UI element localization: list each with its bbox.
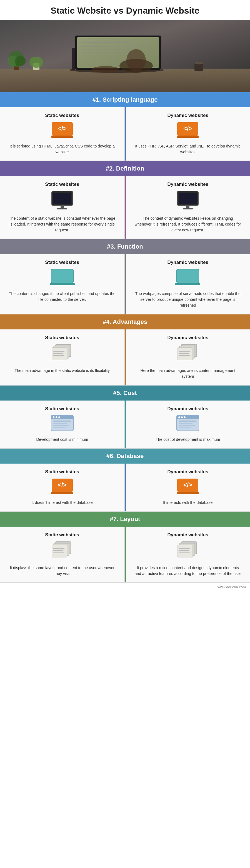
svg-rect-34	[183, 208, 193, 210]
svg-point-11	[126, 49, 146, 71]
hero-image	[0, 20, 250, 92]
svg-rect-23	[51, 135, 73, 138]
svg-rect-42	[53, 351, 64, 352]
dynamic-text-database: It interacts with the database	[163, 500, 213, 505]
section-header-definition: #2. Definition	[0, 161, 250, 176]
static-title-advantages: Static websites	[45, 335, 79, 341]
static-col-database: Static websites </> It doesn't interact …	[0, 464, 125, 511]
svg-rect-80	[53, 548, 64, 549]
svg-rect-30	[57, 208, 67, 210]
static-title-scripting: Static websites	[45, 113, 79, 118]
svg-point-64	[178, 416, 180, 418]
svg-point-54	[53, 416, 55, 418]
section-cost: #5. Cost Static websites	[0, 385, 250, 448]
static-title-database: Static websites	[45, 469, 79, 475]
static-text-definition: The content of a static website is const…	[8, 216, 116, 233]
svg-rect-69	[179, 425, 195, 426]
static-title-layout: Static websites	[45, 532, 79, 538]
static-text-layout: It displays the same layout and content …	[8, 565, 116, 577]
svg-rect-60	[53, 427, 66, 428]
dynamic-title-layout: Dynamic websites	[167, 532, 208, 538]
svg-rect-50	[179, 355, 190, 356]
svg-rect-36	[50, 283, 75, 285]
section-header-advantages: #4. Advantages	[0, 314, 250, 330]
svg-rect-33	[186, 206, 189, 208]
dynamic-col-function: Dynamic websites The webpages comprise o…	[126, 254, 250, 314]
svg-text:</>: </>	[58, 125, 67, 132]
code-laptop-icon-static-database: </>	[51, 478, 73, 496]
svg-rect-49	[179, 353, 189, 354]
code-laptop-icon-dynamic-scripting: </>	[177, 122, 199, 140]
svg-rect-8	[82, 49, 137, 50]
svg-rect-43	[53, 353, 63, 354]
monitor-icon-dynamic	[177, 190, 199, 212]
svg-rect-88	[179, 553, 190, 553]
svg-point-19	[194, 62, 203, 64]
browser-icon-static-cost	[51, 415, 73, 433]
svg-rect-63	[177, 417, 199, 419]
svg-rect-73	[51, 492, 73, 494]
svg-rect-86	[179, 548, 190, 549]
svg-rect-29	[61, 206, 64, 208]
svg-rect-26	[177, 135, 199, 138]
svg-rect-32	[179, 193, 197, 204]
svg-rect-48	[179, 351, 190, 352]
dynamic-title-cost: Dynamic websites	[167, 406, 208, 412]
svg-rect-44	[53, 355, 64, 356]
static-text-scripting: It is scripted using HTML, JavaScript, C…	[8, 143, 116, 155]
svg-rect-35	[51, 269, 73, 283]
svg-rect-59	[53, 425, 69, 426]
dynamic-text-function: The webpages comprise of server-side cod…	[134, 291, 242, 308]
static-title-function: Static websites	[45, 260, 79, 265]
static-col-definition: Static websites The content of a static …	[0, 176, 125, 239]
footer-url: www.educba.com	[218, 585, 246, 589]
svg-rect-9	[82, 52, 126, 53]
dynamic-col-database: Dynamic websites </> It interacts with t…	[126, 464, 250, 511]
svg-rect-57	[53, 421, 71, 422]
section-header-database: #6. Database	[0, 448, 250, 464]
files-icon-dynamic-advantages	[178, 344, 198, 364]
dynamic-text-advantages: Here the main advantages are its content…	[134, 368, 242, 379]
dynamic-title-advantages: Dynamic websites	[167, 335, 208, 341]
svg-rect-67	[179, 421, 197, 422]
svg-rect-53	[51, 417, 73, 419]
static-title-definition: Static websites	[45, 182, 79, 187]
static-col-scripting: Static websites </> It is scripted using…	[0, 107, 125, 160]
static-col-layout: Static websites It displays the same lay…	[0, 527, 125, 582]
main-title: Static Website vs Dynamic Website	[0, 0, 250, 20]
dynamic-col-definition: Dynamic websites The content of dynamic …	[126, 176, 250, 239]
dynamic-title-definition: Dynamic websites	[167, 182, 208, 187]
dynamic-col-scripting: Dynamic websites </> It uses PHP, JSP, A…	[126, 107, 250, 160]
section-database: #6. Database Static websites </> It does…	[0, 448, 250, 512]
dynamic-col-layout: Dynamic websites It provides a mix of co…	[126, 527, 250, 582]
teal-laptop-icon-dynamic	[175, 269, 200, 287]
teal-laptop-icon-static	[50, 269, 75, 287]
svg-rect-76	[177, 492, 199, 494]
code-laptop-icon-static-scripting: </>	[51, 122, 73, 140]
files-icon-static-layout	[52, 541, 72, 561]
section-definition: #2. Definition Static websites The conte…	[0, 161, 250, 239]
dynamic-title-database: Dynamic websites	[167, 469, 208, 475]
footer: www.educba.com	[0, 583, 250, 591]
dynamic-text-layout: It provides a mix of content and designs…	[134, 565, 242, 577]
browser-icon-dynamic-cost	[177, 415, 199, 433]
static-text-function: The content is changed if the client pub…	[8, 291, 116, 303]
dynamic-text-definition: The content of dynamic websites keeps on…	[134, 216, 242, 233]
section-header-cost: #5. Cost	[0, 385, 250, 401]
static-col-function: Static websites The content is changed i…	[0, 254, 125, 314]
section-header-function: #3. Function	[0, 239, 250, 254]
svg-rect-68	[179, 423, 192, 424]
section-function: #3. Function Static websites The content…	[0, 239, 250, 314]
dynamic-col-advantages: Dynamic websites Here the main advantage…	[126, 330, 250, 385]
dynamic-text-scripting: It uses PHP, JSP, ASP, Servlet, and .NET…	[134, 143, 242, 155]
files-icon-static-advantages	[52, 344, 72, 364]
sections-container: #1. Scripting language Static websites <…	[0, 92, 250, 583]
svg-rect-7	[82, 45, 149, 46]
svg-text:</>: </>	[58, 482, 67, 488]
svg-point-65	[181, 416, 183, 418]
svg-text:</>: </>	[183, 125, 192, 132]
static-text-cost: Development cost is minimum	[36, 437, 88, 442]
svg-rect-58	[53, 423, 67, 424]
static-text-database: It doesn't interact with the database	[32, 500, 93, 505]
dynamic-text-cost: The cost of development is maximum	[156, 437, 220, 442]
